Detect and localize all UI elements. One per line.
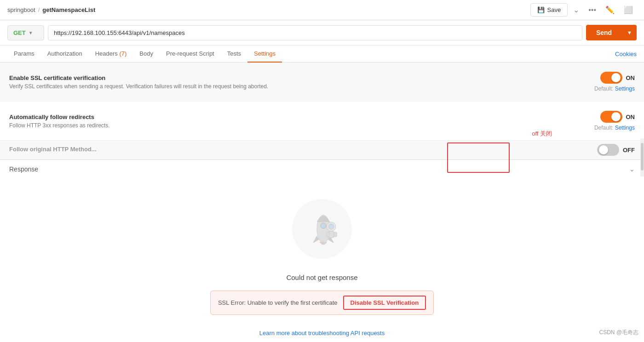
svg-rect-6 [327,232,329,237]
tab-headers[interactable]: Headers (7) [89,46,133,63]
edit-button[interactable]: ✏️ [602,3,618,17]
tab-tests[interactable]: Tests [221,46,247,63]
ssl-default: Default: Settings [594,86,635,92]
settings-content: Enable SSL certificate verification Veri… [0,63,644,342]
redirects-control: ON Default: Settings [543,111,635,131]
ssl-settings-link[interactable]: Settings [615,86,635,92]
annotation-text-off: off 关闭 [532,130,552,138]
scrollbar-thumb[interactable] [641,143,644,171]
response-section[interactable]: Response ⌄ [0,160,644,178]
ssl-toggle-row: ON [600,72,635,84]
topbar-actions: 💾 Save ⌄ ••• ✏️ ⬜ [530,3,637,17]
send-button-label: Send [586,25,622,40]
ssl-toggle[interactable] [600,72,622,84]
save-icon: 💾 [537,6,545,13]
next-toggle-label: OFF [623,147,635,154]
error-banner: SSL Error: Unable to verify the first ce… [210,291,434,315]
layout-button[interactable]: ⬜ [620,3,637,17]
learn-more-link[interactable]: Learn more about troubleshooting API req… [259,330,385,336]
send-button[interactable]: Send ▼ [586,25,637,40]
svg-point-2 [321,223,326,228]
send-dropdown-icon[interactable]: ▼ [622,26,637,40]
watermark: CSDN @毛奇志 [599,329,638,336]
method-chevron-icon: ▼ [29,30,33,35]
more-options-button[interactable]: ••• [585,3,600,17]
breadcrumb-separator: / [38,6,40,13]
no-response-text: Could not get response [286,274,357,281]
redirects-toggle-slider [600,111,622,123]
ssl-toggle-slider [600,72,622,84]
tab-body[interactable]: Body [133,46,160,63]
next-toggle-slider [597,144,619,156]
error-banner-wrapper: SSL Error: Unable to verify the first ce… [210,291,434,322]
error-text: SSL Error: Unable to verify the first ce… [218,299,338,306]
tab-authorization[interactable]: Authorization [41,46,89,63]
ssl-control: ON Default: Settings [543,72,635,92]
tab-params[interactable]: Params [7,46,41,63]
method-selector[interactable]: GET ▼ [7,25,44,40]
response-chevron-icon: ⌄ [629,165,635,173]
url-input[interactable] [48,25,582,40]
ssl-title: Enable SSL certificate verification [9,74,543,81]
request-name: getNamespaceList [42,6,95,13]
empty-response: Could not get response SSL Error: Unable… [0,178,644,342]
redirects-toggle-label: ON [626,114,635,120]
next-setting-partial: Follow original HTTP Method... OFF [0,141,644,160]
ssl-desc: Verify SSL certificates when sending a r… [9,83,543,90]
redirects-title: Automatically follow redirects [9,114,543,120]
breadcrumb: springboot / getNamespaceList [7,6,95,13]
scrollbar[interactable] [640,138,644,177]
svg-point-4 [328,224,334,229]
next-toggle[interactable] [597,144,619,156]
disable-ssl-button[interactable]: Disable SSL Verification [343,296,426,310]
cookies-link[interactable]: Cookies [615,51,637,57]
save-button[interactable]: 💾 Save [530,3,568,17]
project-name[interactable]: springboot [7,6,35,13]
headers-count: (7) [119,50,126,57]
redirects-toggle[interactable] [600,111,622,123]
method-label: GET [13,29,26,36]
redirects-default: Default: Settings [594,125,635,131]
url-bar: GET ▼ Send ▼ [0,20,644,46]
next-setting-title-partial: Follow original HTTP Method... [9,146,543,153]
response-label: Response [9,165,38,173]
rocket-illustration [290,197,354,262]
ssl-toggle-label: ON [626,74,635,81]
request-tabs: Params Authorization Headers (7) Body Pr… [0,46,644,63]
save-dropdown-button[interactable]: ⌄ [569,3,583,17]
svg-rect-7 [334,232,337,237]
tab-settings[interactable]: Settings [247,46,282,63]
redirects-info: Automatically follow redirects Follow HT… [9,114,543,129]
ssl-info: Enable SSL certificate verification Veri… [9,74,543,90]
ssl-setting-row: Enable SSL certificate verification Veri… [0,63,644,102]
redirects-settings-link[interactable]: Settings [615,125,635,131]
tabs-right: Cookies [615,51,637,57]
redirects-toggle-row: ON [600,111,635,123]
tab-pre-request[interactable]: Pre-request Script [160,46,221,63]
redirects-desc: Follow HTTP 3xx responses as redirects. [9,122,543,129]
